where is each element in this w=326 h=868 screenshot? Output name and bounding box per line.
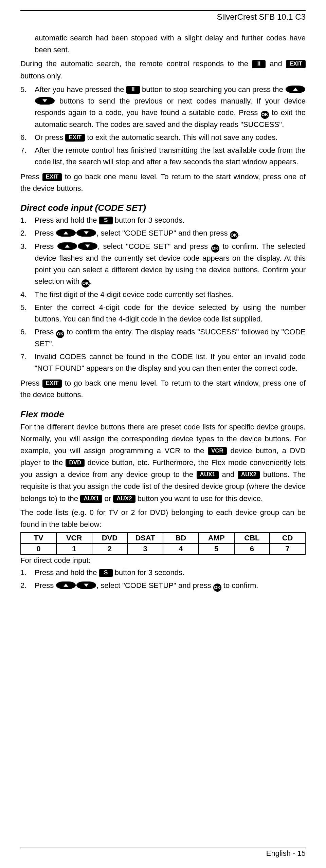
- num: 7.: [20, 351, 26, 363]
- text: Press and hold the: [35, 568, 99, 577]
- vcr-icon: VCR: [208, 447, 227, 455]
- list-item: 6. Press OK to confirm the entry. The di…: [20, 326, 306, 350]
- s-icon: S: [99, 217, 113, 224]
- list-1: 5. After you have pressed the II button …: [20, 84, 306, 168]
- text: After the remote control has finished tr…: [35, 146, 306, 166]
- aux1-icon: AUX1: [80, 495, 102, 503]
- text: to confirm the entry. The display reads …: [35, 328, 306, 348]
- text: to exit the automatic search. This will …: [85, 133, 277, 142]
- list-item: 1. Press and hold the S button for 3 sec…: [20, 567, 306, 578]
- table-row: TV VCR DVD DSAT BD AMP CBL CD: [21, 533, 305, 543]
- text: .: [238, 229, 240, 237]
- text: button to stop searching you can press t…: [140, 85, 285, 94]
- list-item: 2. Press , select "CODE SETUP" and press…: [20, 580, 306, 592]
- text: , select "CODE SET" and press: [98, 242, 211, 251]
- dvd-icon: DVD: [66, 459, 85, 467]
- td: 2: [92, 543, 128, 554]
- flex-p2: The code lists (e.g. 0 for TV or 2 for D…: [20, 506, 306, 530]
- code-table: TV VCR DVD DSAT BD AMP CBL CD 0 1 2 3 4 …: [20, 532, 306, 555]
- text: After you have pressed the: [35, 85, 126, 94]
- footer-rule: [20, 848, 306, 848]
- ok-icon: OK: [82, 279, 90, 288]
- text: Or press: [35, 133, 65, 142]
- aux1-icon: AUX1: [197, 471, 219, 479]
- th: TV: [21, 533, 56, 543]
- heading-flex: Flex mode: [20, 409, 306, 420]
- page-footer: English - 15: [20, 849, 306, 858]
- text: , select "CODE SETUP" and press: [96, 581, 213, 590]
- s-icon: S: [99, 569, 113, 577]
- text: Press: [35, 229, 56, 237]
- num: 3.: [20, 241, 26, 252]
- list-item: 5. Enter the correct 4-digit code for th…: [20, 302, 306, 325]
- text: Press and hold the: [35, 216, 99, 224]
- pause-icon: II: [126, 86, 140, 94]
- text: Enter the correct 4-digit code for the d…: [35, 303, 306, 323]
- arrow-down-icon: [76, 581, 96, 589]
- aux2-icon: AUX2: [238, 471, 260, 479]
- top-rule: [20, 10, 306, 11]
- th: AMP: [199, 533, 234, 543]
- text: Press: [35, 328, 56, 336]
- direct-label: For direct code input:: [20, 556, 306, 565]
- num: 5.: [20, 84, 26, 95]
- td: 0: [21, 543, 56, 554]
- flex-p1: For the different device buttons there a…: [20, 421, 306, 504]
- arrow-up-icon: [56, 581, 76, 589]
- text: buttons only.: [20, 72, 62, 80]
- ok-icon: OK: [213, 584, 221, 592]
- press-back-2: Press EXIT to go back one menu level. To…: [20, 377, 306, 401]
- intro-p1: automatic search had been stopped with a…: [35, 32, 306, 56]
- text: Press: [35, 242, 57, 251]
- num: 2.: [20, 580, 26, 591]
- page: SilverCrest SFB 10.1 C3 automatic search…: [0, 0, 326, 868]
- text: During the automatic search, the remote …: [20, 59, 252, 68]
- list-3: 1. Press and hold the S button for 3 sec…: [20, 567, 306, 592]
- list-item: 2. Press , select "CODE SETUP" and then …: [20, 227, 306, 239]
- text: button you want to use for this device.: [135, 494, 263, 503]
- num: 1.: [20, 567, 26, 578]
- ok-icon: OK: [211, 244, 219, 253]
- aux2-icon: AUX2: [113, 495, 135, 503]
- heading-code-set: Direct code input (CODE SET): [20, 203, 306, 213]
- text: Invalid CODES cannot be found in the COD…: [35, 352, 306, 372]
- text: button for 3 seconds.: [113, 568, 185, 577]
- text: button for 3 seconds.: [113, 216, 185, 224]
- ok-icon: OK: [230, 231, 238, 239]
- list-item: 1. Press and hold the S button for 3 sec…: [20, 215, 306, 226]
- text: The first digit of the 4-digit device co…: [35, 290, 233, 299]
- intro-p2: During the automatic search, the remote …: [20, 58, 306, 81]
- list-item: 5. After you have pressed the II button …: [20, 84, 306, 130]
- text: to go back one menu level. To return to …: [20, 172, 306, 192]
- list-2: 1. Press and hold the S button for 3 sec…: [20, 215, 306, 374]
- text: Press: [20, 379, 42, 387]
- td: 3: [127, 543, 163, 554]
- text: and: [219, 470, 238, 479]
- num: 4.: [20, 289, 26, 300]
- exit-icon: EXIT: [42, 380, 62, 387]
- exit-icon: EXIT: [42, 173, 62, 181]
- text: Press: [35, 581, 56, 590]
- td: 4: [163, 543, 199, 554]
- arrow-down-icon: [35, 97, 55, 105]
- press-back-1: Press EXIT to go back one menu level. To…: [20, 171, 306, 194]
- arrow-up-icon: [286, 86, 305, 93]
- text: to confirm.: [221, 581, 258, 590]
- arrow-down-icon: [76, 229, 96, 237]
- arrow-down-icon: [78, 242, 97, 250]
- num: 6.: [20, 326, 26, 338]
- text: , select "CODE SETUP" and then press: [96, 229, 230, 237]
- ok-icon: OK: [56, 330, 64, 338]
- list-item: 7. After the remote control has finished…: [20, 145, 306, 168]
- arrow-up-icon: [56, 229, 76, 237]
- td: 5: [199, 543, 234, 554]
- list-item: 4. The first digit of the 4-digit device…: [20, 289, 306, 300]
- list-item: 6. Or press EXIT to exit the automatic s…: [20, 132, 306, 143]
- num: 1.: [20, 215, 26, 226]
- td: 7: [270, 543, 305, 554]
- brand-header: SilverCrest SFB 10.1 C3: [20, 12, 306, 22]
- td: 1: [56, 543, 92, 554]
- ok-icon: OK: [261, 111, 269, 119]
- th: DVD: [92, 533, 128, 543]
- th: VCR: [56, 533, 92, 543]
